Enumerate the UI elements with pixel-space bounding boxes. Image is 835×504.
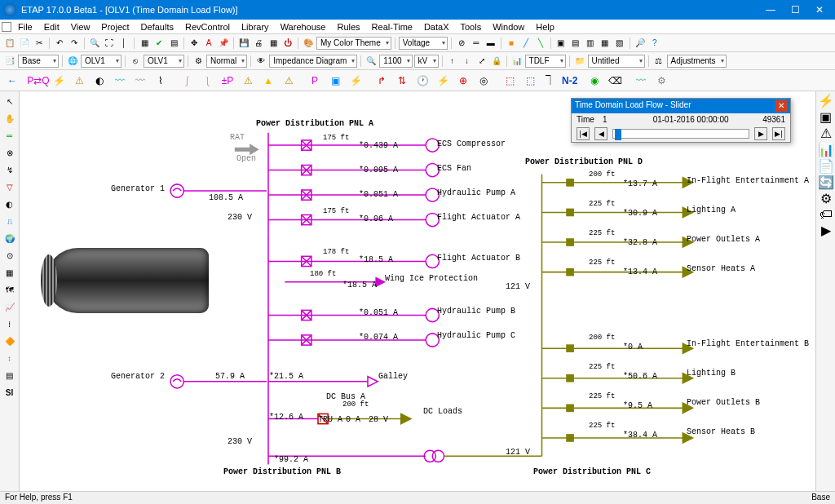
unit-combo[interactable]: Voltage [399,37,448,50]
menu-window[interactable]: Window [488,22,529,32]
gear-icon[interactable]: ⚙ [652,72,670,90]
slider-thumb[interactable] [615,129,621,140]
base-combo[interactable]: Base [18,55,59,68]
slider-track[interactable] [612,129,749,139]
phase-icon[interactable]: ▬ [484,37,497,50]
minimize-button[interactable]: — [758,4,783,15]
rpal-chart-icon[interactable]: 📊 [818,142,834,157]
slider-close-icon[interactable]: ✕ [775,100,787,112]
wave-icon[interactable]: 〰 [111,72,129,90]
zoom-fit-icon[interactable]: ⛶ [103,37,116,50]
pin-icon[interactable]: 📌 [217,37,230,50]
net2-icon[interactable]: ▤ [569,37,582,50]
pal-bus-icon[interactable]: ═ [2,127,18,144]
menu-help[interactable]: Help [531,22,559,32]
mode-combo[interactable]: Normal [206,55,247,68]
pq-icon[interactable]: P⇄Q [29,72,47,90]
menu-library[interactable]: Library [236,22,274,32]
color3-icon[interactable]: ╲ [534,37,547,50]
view-combo[interactable]: Impedance Diagram [269,55,357,68]
menu-defaults[interactable]: Defaults [136,22,179,32]
study-combo[interactable]: TDLF [525,55,566,68]
rpal-opt-icon[interactable]: ⚙ [820,191,832,206]
flag2-icon[interactable]: ⇅ [393,72,411,90]
menu-file[interactable]: File [13,22,38,32]
check-icon[interactable]: ✔ [152,37,166,50]
pal-group-icon[interactable]: ▦ [2,264,18,281]
pal-globe-icon[interactable]: 🌍 [2,230,18,246]
text-icon[interactable]: A [202,37,215,50]
down-icon[interactable]: ↓ [461,55,474,68]
zoom-combo[interactable]: 1100 [379,55,412,68]
rpal-tag-icon[interactable]: 🏷 [820,207,833,222]
slider-last-icon[interactable]: ▶| [772,127,785,140]
pal-motor-icon[interactable]: ◐ [2,196,18,212]
pan-icon[interactable]: ✥ [188,37,201,50]
close-button[interactable]: ✕ [807,4,832,15]
find-icon[interactable]: 🔎 [634,37,647,50]
kv-combo[interactable]: kV [414,55,439,68]
zoom-out-icon[interactable]: │ [117,37,130,50]
print-icon[interactable]: 🖨 [252,37,265,50]
continuity-icon[interactable]: ⊘ [455,37,468,50]
rpal-loop-icon[interactable]: 🔄 [818,175,834,190]
pal-chart-icon[interactable]: 📈 [2,298,18,315]
net2-combo[interactable]: OLV1 [144,55,184,68]
blue-tool-icon[interactable]: ⬚ [521,72,539,90]
waves-icon[interactable]: 〰 [632,72,650,90]
diagram-canvas[interactable]: Power Distribution PNL A RAT Open Genera… [20,91,815,491]
view-icon[interactable]: 👁 [254,55,267,68]
rpal-alert-icon[interactable]: ⚠ [820,126,832,141]
case-combo[interactable]: Untitled [588,55,645,68]
net-combo[interactable]: OLV1 [81,55,121,68]
slider-next-icon[interactable]: ▶ [754,127,767,140]
pal-map-icon[interactable]: 🗺 [2,281,18,298]
wave2-icon[interactable]: 〰 [131,72,149,90]
net4-icon[interactable]: ▦ [599,37,612,50]
node-icon[interactable]: ⊕ [454,72,472,90]
cut-icon[interactable]: ✂ [33,37,46,50]
clear-icon[interactable]: ⌫ [606,72,624,90]
redo-icon[interactable]: ↷ [68,37,81,50]
menu-revcontrol[interactable]: RevControl [180,22,235,32]
curve2-icon[interactable]: ⎱ [198,72,216,90]
power-icon[interactable]: ⏻ [281,37,294,50]
pal-pointer-icon[interactable]: ↖ [2,93,18,109]
save-icon[interactable]: 💾 [237,37,250,50]
clock-icon[interactable]: 🕐 [413,72,431,90]
pal-xfmr-icon[interactable]: ⊗ [2,144,18,161]
adj-icon[interactable]: ⚖ [652,55,665,68]
up-icon[interactable]: ↑ [446,55,459,68]
menu-tools[interactable]: Tools [456,22,487,32]
revision-icon[interactable]: 📑 [3,55,16,68]
adj-combo[interactable]: Adjustments [667,55,727,68]
ring-icon[interactable]: ◎ [475,72,493,90]
menu-datax[interactable]: DataX [419,22,454,32]
color2-icon[interactable]: ╱ [519,37,532,50]
slider-dialog[interactable]: Time Domain Load Flow - Slider ✕ Time 1 … [571,98,791,143]
paste-icon[interactable]: 📄 [18,37,31,50]
transient-icon[interactable]: ⌇ [152,72,170,90]
red-tool-icon[interactable]: ⬚ [501,72,519,90]
study-icon[interactable]: 📊 [510,55,524,68]
warning-icon[interactable]: ⚠ [70,72,88,90]
menu-project[interactable]: Project [96,22,134,32]
square-icon[interactable]: ▣ [326,72,344,90]
menu-edit[interactable]: Edit [39,22,64,32]
nminus-button[interactable]: N-2 [562,72,577,90]
maximize-button[interactable]: ☐ [783,4,807,15]
pal-branch-icon[interactable]: ↯ [2,161,18,178]
pal-dots-icon[interactable]: ⁞ [2,316,18,332]
sw-icon[interactable]: ⏋ [541,72,559,90]
case-icon[interactable]: 📁 [573,55,586,68]
copy-icon[interactable]: 📋 [3,37,16,50]
pal-cable-icon[interactable]: ⎍ [2,213,18,229]
flag1-icon[interactable]: ↱ [373,72,391,90]
net5-icon[interactable]: ▧ [613,37,626,50]
network-icon[interactable]: 🌐 [66,55,79,68]
pal-arrows-icon[interactable]: ↕ [2,350,18,366]
back-arrow-icon[interactable]: ← [3,72,21,90]
green-tool-icon[interactable]: ◉ [585,72,603,90]
rpal-run-icon[interactable]: ⚡ [818,93,834,108]
lock-icon[interactable]: 🔒 [490,55,503,68]
